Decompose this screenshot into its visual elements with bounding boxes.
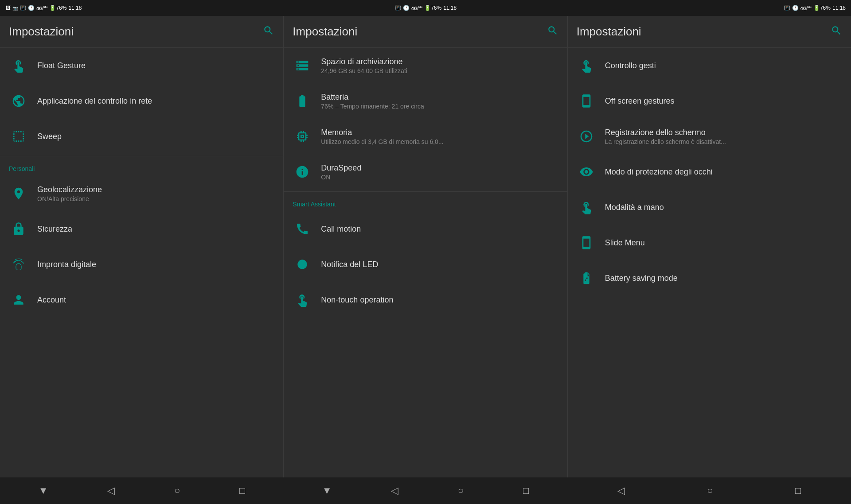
controllo-gesti-text: Controllo gesti xyxy=(605,61,656,70)
memory-icon xyxy=(293,127,312,146)
panel-3-title: Impostazioni xyxy=(577,25,641,39)
sicurezza-title: Sicurezza xyxy=(37,225,72,234)
app-network-text: Applicazione del controllo in rete xyxy=(37,97,152,106)
panel-2-content: Spazio di archiviazione 24,96 GB su 64,0… xyxy=(284,48,567,477)
battery-text: Batteria 76% – Tempo rimanente: 21 ore c… xyxy=(321,93,424,110)
nav-home-3[interactable]: ○ xyxy=(698,481,722,500)
sidebar-item-float-gesture[interactable]: Float Gesture xyxy=(0,48,283,83)
sidebar-item-battery[interactable]: Batteria 76% – Tempo rimanente: 21 ore c… xyxy=(284,83,567,119)
sidebar-item-modalita-mano[interactable]: Modalità a mano xyxy=(568,190,851,225)
sicurezza-text: Sicurezza xyxy=(37,225,72,234)
sidebar-item-duraspeed[interactable]: DuraSpeed ON xyxy=(284,154,567,190)
app-network-icon xyxy=(9,91,28,111)
sidebar-item-call-motion[interactable]: Call motion xyxy=(284,211,567,247)
nav-back-3[interactable]: ◁ xyxy=(609,481,634,500)
modalita-mano-text: Modalità a mano xyxy=(605,203,664,212)
geoloc-title: Geolocalizzazione xyxy=(37,185,102,194)
account-title: Account xyxy=(37,295,66,305)
panel-2: Impostazioni Spazio di archiviazione 24,… xyxy=(284,16,567,477)
sidebar-item-geoloc[interactable]: Geolocalizzazione ON/Alta precisione xyxy=(0,176,283,211)
led-text: Notifica del LED xyxy=(321,260,378,269)
impronta-title: Impronta digitale xyxy=(37,260,96,269)
geoloc-subtitle: ON/Alta precisione xyxy=(37,195,102,202)
sidebar-item-protezione-occhi[interactable]: Modo di protezione degli occhi xyxy=(568,154,851,190)
sidebar-item-storage[interactable]: Spazio di archiviazione 24,96 GB su 64,0… xyxy=(284,48,567,83)
account-icon xyxy=(9,290,28,310)
modalita-mano-title: Modalità a mano xyxy=(605,203,664,212)
status-bar: 🖼 📷 📳 🕐 4G4G 🔋76% 11:18 📳 🕐 4G4G 🔋76% 11… xyxy=(0,0,851,16)
geoloc-text: Geolocalizzazione ON/Alta precisione xyxy=(37,185,102,202)
panel-3-search-icon[interactable] xyxy=(831,25,842,39)
storage-text: Spazio di archiviazione 24,96 GB su 64,0… xyxy=(321,57,407,74)
nav-panel-3: ◁ ○ □ xyxy=(567,477,851,504)
nav-down-1[interactable]: ▼ xyxy=(30,481,57,500)
panel-1-title: Impostazioni xyxy=(9,25,74,39)
panel-3: Impostazioni Controllo gesti xyxy=(568,16,851,477)
account-text: Account xyxy=(37,295,66,305)
panel-2-title: Impostazioni xyxy=(293,25,357,39)
call-motion-text: Call motion xyxy=(321,225,361,234)
geoloc-icon xyxy=(9,184,28,203)
sidebar-item-sicurezza[interactable]: Sicurezza xyxy=(0,211,283,247)
memory-subtitle: Utilizzo medio di 3,4 GB di memoria su 6… xyxy=(321,138,443,145)
protezione-occhi-icon xyxy=(577,162,596,182)
panel-1-search-icon[interactable] xyxy=(263,25,274,39)
panel-2-search-icon[interactable] xyxy=(547,25,558,39)
nav-back-2[interactable]: ◁ xyxy=(382,481,407,500)
registrazione-subtitle: La registrazione dello schermo è disatti… xyxy=(605,138,726,145)
sweep-icon xyxy=(9,127,28,146)
protezione-occhi-title: Modo di protezione degli occhi xyxy=(605,167,713,177)
duraspeed-subtitle: ON xyxy=(321,174,361,181)
battery-saving-text: Battery saving mode xyxy=(605,274,678,283)
sidebar-item-battery-saving[interactable]: Battery saving mode xyxy=(568,260,851,296)
nav-recent-1[interactable]: □ xyxy=(230,481,254,500)
sidebar-item-off-screen[interactable]: Off screen gestures xyxy=(568,83,851,119)
sidebar-item-impronta[interactable]: Impronta digitale xyxy=(0,247,283,282)
sidebar-item-controllo-gesti[interactable]: Controllo gesti xyxy=(568,48,851,83)
float-gesture-icon xyxy=(9,56,28,75)
nav-home-2[interactable]: ○ xyxy=(449,481,472,500)
duraspeed-title: DuraSpeed xyxy=(321,163,361,173)
sidebar-item-app-network[interactable]: Applicazione del controllo in rete xyxy=(0,83,283,119)
status-panel-3: 📳 🕐 4G4G 🔋76% 11:18 xyxy=(567,0,851,16)
nav-home-1[interactable]: ○ xyxy=(165,481,189,500)
nav-panel-1: ▼ ◁ ○ □ xyxy=(0,477,284,504)
float-gesture-title: Float Gesture xyxy=(37,61,86,70)
panel-1-header: Impostazioni xyxy=(0,16,283,48)
panel-1-content: Float Gesture Applicazione del controllo… xyxy=(0,48,283,477)
memory-text: Memoria Utilizzo medio di 3,4 GB di memo… xyxy=(321,128,443,145)
non-touch-text: Non-touch operation xyxy=(321,295,393,305)
sidebar-item-non-touch[interactable]: Non-touch operation xyxy=(284,282,567,318)
impronta-text: Impronta digitale xyxy=(37,260,96,269)
sidebar-item-account[interactable]: Account xyxy=(0,282,283,318)
panel-3-content: Controllo gesti Off screen gestures Regi… xyxy=(568,48,851,477)
sidebar-item-registrazione[interactable]: Registrazione dello schermo La registraz… xyxy=(568,119,851,154)
sidebar-item-slide-menu[interactable]: Slide Menu xyxy=(568,225,851,260)
panel-1: Impostazioni Float Gesture xyxy=(0,16,284,477)
battery-saving-icon xyxy=(577,268,596,288)
controllo-gesti-icon xyxy=(577,56,596,75)
storage-subtitle: 24,96 GB su 64,00 GB utilizzati xyxy=(321,67,407,74)
led-icon xyxy=(293,255,312,274)
sidebar-item-sweep[interactable]: Sweep xyxy=(0,119,283,154)
sweep-title: Sweep xyxy=(37,132,62,141)
nav-recent-2[interactable]: □ xyxy=(514,481,538,500)
section-smart-assistant: Smart Assistant xyxy=(284,194,567,211)
registrazione-text: Registrazione dello schermo La registraz… xyxy=(605,128,726,145)
off-screen-text: Off screen gestures xyxy=(605,97,675,106)
nav-down-2[interactable]: ▼ xyxy=(313,481,341,500)
sweep-text: Sweep xyxy=(37,132,62,141)
nav-panel-2: ▼ ◁ ○ □ xyxy=(284,477,567,504)
sidebar-item-led[interactable]: Notifica del LED xyxy=(284,247,567,282)
controllo-gesti-title: Controllo gesti xyxy=(605,61,656,70)
app-network-title: Applicazione del controllo in rete xyxy=(37,97,152,106)
sidebar-item-memory[interactable]: Memoria Utilizzo medio di 3,4 GB di memo… xyxy=(284,119,567,154)
nav-recent-3[interactable]: □ xyxy=(786,481,810,500)
divider-personali xyxy=(0,156,283,156)
off-screen-icon xyxy=(577,91,596,111)
nav-back-1[interactable]: ◁ xyxy=(98,481,124,500)
led-title: Notifica del LED xyxy=(321,260,378,269)
nav-bar: ▼ ◁ ○ □ ▼ ◁ ○ □ ◁ ○ □ xyxy=(0,477,851,504)
slide-menu-title: Slide Menu xyxy=(605,238,645,248)
slide-menu-text: Slide Menu xyxy=(605,238,645,248)
